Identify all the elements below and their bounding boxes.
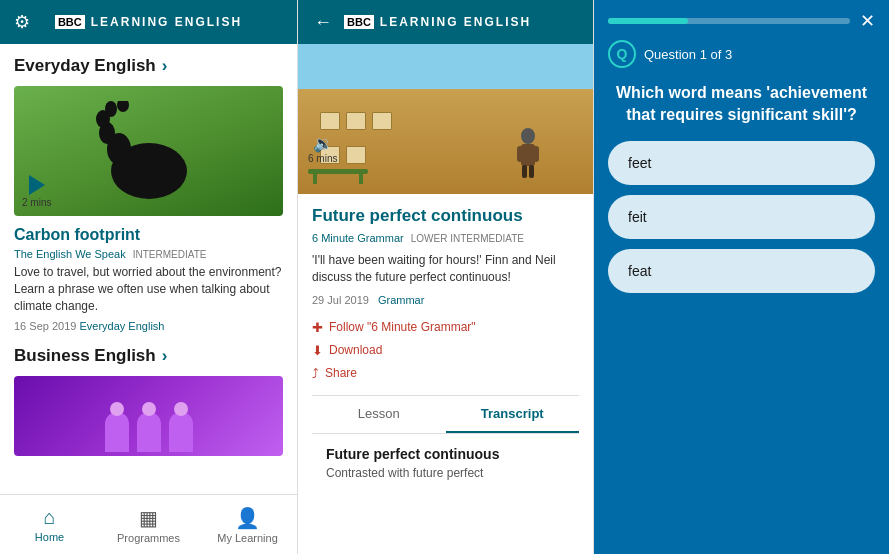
window bbox=[346, 112, 366, 130]
window bbox=[372, 112, 392, 130]
lesson-tab-label: Lesson bbox=[358, 406, 400, 421]
quiz-options: feet feit feat bbox=[594, 141, 889, 293]
footprint-icon bbox=[89, 101, 209, 201]
bottom-nav: ⌂ Home ▦ Programmes 👤 My Learning bbox=[0, 494, 297, 554]
question-count: Question 1 of 3 bbox=[644, 47, 732, 62]
bbc-letters: BBC bbox=[55, 15, 85, 29]
business-english-section-title[interactable]: Business English › bbox=[14, 346, 283, 366]
learning-english-label: LEARNING ENGLISH bbox=[91, 15, 242, 29]
share-link[interactable]: ⤴ Share bbox=[312, 366, 579, 381]
business-english-arrow: › bbox=[162, 346, 168, 366]
learning-english-label-panel2: LEARNING ENGLISH bbox=[380, 15, 531, 29]
tab-transcript[interactable]: Transcript bbox=[446, 396, 580, 433]
transcript-tab-label: Transcript bbox=[481, 406, 544, 421]
article-level: LOWER INTERMEDIATE bbox=[411, 233, 524, 244]
article-body: Future perfect continuous 6 Minute Gramm… bbox=[298, 194, 593, 504]
audio-icon: 🔉 bbox=[313, 134, 333, 153]
option-feit-label: feit bbox=[628, 209, 647, 225]
svg-rect-11 bbox=[529, 165, 534, 178]
purple-figures bbox=[14, 412, 283, 456]
audio-badge: 🔉 6 mins bbox=[308, 134, 337, 164]
window bbox=[346, 146, 366, 164]
carbon-footprint-title[interactable]: Carbon footprint bbox=[14, 226, 283, 244]
svg-rect-7 bbox=[521, 144, 535, 166]
svg-rect-14 bbox=[359, 174, 363, 184]
share-icon: ⤴ bbox=[312, 366, 319, 381]
article-series: 6 Minute Grammar bbox=[312, 232, 404, 244]
follow-icon: ✚ bbox=[312, 320, 323, 335]
play-badge[interactable]: 2 mins bbox=[22, 175, 51, 208]
bbc-logo-panel2: BBC LEARNING ENGLISH bbox=[344, 15, 531, 29]
window bbox=[320, 112, 340, 130]
svg-point-5 bbox=[117, 101, 129, 112]
card1-level: INTERMEDIATE bbox=[133, 249, 207, 260]
nav-home[interactable]: ⌂ Home bbox=[0, 495, 99, 554]
nav-my-learning-label: My Learning bbox=[217, 532, 278, 544]
option-feat-label: feat bbox=[628, 263, 651, 279]
section-divider: Business English › bbox=[14, 346, 283, 366]
everyday-english-arrow: › bbox=[162, 56, 168, 76]
card1-series: The English We Speak bbox=[14, 248, 126, 260]
svg-point-4 bbox=[105, 101, 117, 117]
programmes-icon: ▦ bbox=[139, 506, 158, 530]
business-english-image bbox=[14, 376, 283, 456]
article-date: 29 Jul 2019 Grammar bbox=[312, 294, 579, 306]
download-label: Download bbox=[329, 343, 382, 357]
quiz-option-feit[interactable]: feit bbox=[608, 195, 875, 239]
progress-bar-fill bbox=[608, 18, 688, 24]
card1-date-text: 16 Sep 2019 bbox=[14, 320, 76, 332]
nav-programmes[interactable]: ▦ Programmes bbox=[99, 495, 198, 554]
svg-rect-12 bbox=[308, 169, 368, 174]
quiz-option-feat[interactable]: feat bbox=[608, 249, 875, 293]
figure2 bbox=[137, 412, 161, 452]
follow-label: Follow "6 Minute Grammar" bbox=[329, 320, 476, 334]
share-label: Share bbox=[325, 366, 357, 380]
panel1-header: ⚙ BBC LEARNING ENGLISH bbox=[0, 0, 297, 44]
nav-my-learning[interactable]: 👤 My Learning bbox=[198, 495, 297, 554]
progress-bar-wrap: ✕ bbox=[594, 0, 889, 30]
download-link[interactable]: ⬇ Download bbox=[312, 343, 579, 358]
bbc-logo: BBC LEARNING ENGLISH bbox=[55, 15, 242, 29]
nav-programmes-label: Programmes bbox=[117, 532, 180, 544]
card1-meta: The English We Speak INTERMEDIATE bbox=[14, 248, 283, 260]
transcript-content: Future perfect continuous Contrasted wit… bbox=[312, 434, 579, 492]
article-meta: 6 Minute Grammar LOWER INTERMEDIATE bbox=[312, 232, 579, 244]
quiz-icon: Q bbox=[608, 40, 636, 68]
window-row-1 bbox=[308, 104, 533, 138]
figure3 bbox=[169, 412, 193, 452]
quiz-question-text: Which word means 'achievement that requi… bbox=[594, 72, 889, 141]
panel2-header: ← BBC LEARNING ENGLISH bbox=[298, 0, 593, 44]
nav-home-label: Home bbox=[35, 531, 64, 543]
download-icon: ⬇ bbox=[312, 343, 323, 358]
follow-link[interactable]: ✚ Follow "6 Minute Grammar" bbox=[312, 320, 579, 335]
svg-point-6 bbox=[521, 128, 535, 144]
everyday-english-label: Everyday English bbox=[14, 56, 156, 76]
panel2-content: 🔉 6 mins Future perfect continuous 6 Min… bbox=[298, 44, 593, 554]
panel-everyday-english: ⚙ BBC LEARNING ENGLISH Everyday English … bbox=[0, 0, 298, 554]
back-arrow-icon[interactable]: ← bbox=[314, 12, 332, 33]
person-silhouette bbox=[513, 128, 543, 182]
card1-date: 16 Sep 2019 Everyday English bbox=[14, 320, 283, 332]
panel1-content: Everyday English › 2 mins Carbon footpri… bbox=[0, 44, 297, 494]
progress-bar-background bbox=[608, 18, 850, 24]
quiz-meta: Q Question 1 of 3 bbox=[594, 30, 889, 72]
svg-rect-8 bbox=[517, 146, 523, 162]
quiz-option-feet[interactable]: feet bbox=[608, 141, 875, 185]
business-english-label: Business English bbox=[14, 346, 156, 366]
bbc-letters-panel2: BBC bbox=[344, 15, 374, 29]
my-learning-icon: 👤 bbox=[235, 506, 260, 530]
everyday-english-section-title[interactable]: Everyday English › bbox=[14, 56, 283, 76]
play-duration: 2 mins bbox=[22, 197, 51, 208]
gear-icon[interactable]: ⚙ bbox=[14, 11, 30, 33]
option-feet-label: feet bbox=[628, 155, 651, 171]
transcript-heading: Future perfect continuous bbox=[326, 446, 565, 462]
card1-category-link[interactable]: Everyday English bbox=[79, 320, 164, 332]
carbon-footprint-image: 2 mins bbox=[14, 86, 283, 216]
figure1 bbox=[105, 412, 129, 452]
close-button[interactable]: ✕ bbox=[860, 12, 875, 30]
svg-rect-9 bbox=[533, 146, 539, 162]
home-icon: ⌂ bbox=[43, 506, 55, 529]
tab-lesson[interactable]: Lesson bbox=[312, 396, 446, 433]
article-category-link[interactable]: Grammar bbox=[378, 294, 424, 306]
panel-quiz: ✕ Q Question 1 of 3 Which word means 'ac… bbox=[594, 0, 889, 554]
